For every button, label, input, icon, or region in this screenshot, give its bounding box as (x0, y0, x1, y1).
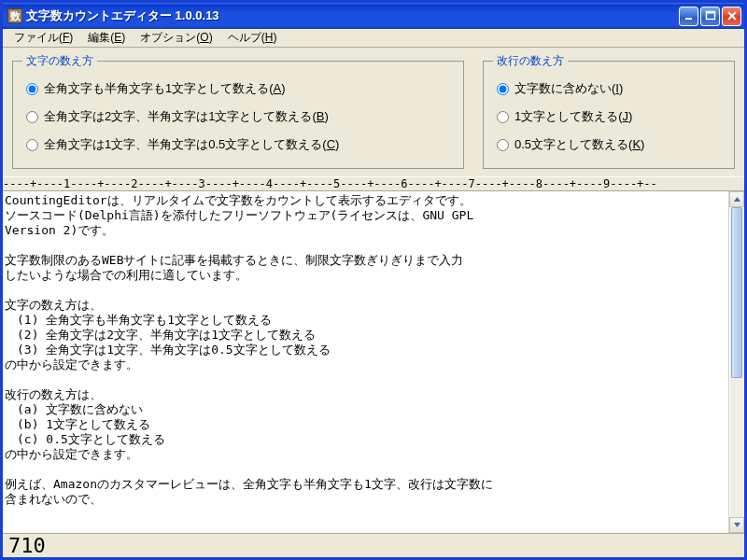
char-opt-c[interactable]: 全角文字は1文字、半角文字は0.5文字として数える(C) (22, 131, 454, 159)
char-radio-a[interactable] (26, 83, 38, 95)
line-radio-i[interactable] (497, 83, 509, 95)
menu-help[interactable]: ヘルプ(H) (220, 28, 285, 48)
close-button[interactable] (722, 7, 741, 26)
menu-option[interactable]: オプション(O) (133, 28, 219, 48)
maximize-button[interactable] (700, 7, 720, 26)
editor-area: CountingEditorは、リアルタイムで文字数をカウントして表示するエディ… (3, 191, 744, 533)
line-opt-j[interactable]: 1文字として数える(J) (493, 103, 725, 131)
char-opt-b[interactable]: 全角文字は2文字、半角文字は1文字として数える(B) (22, 103, 454, 131)
minimize-button[interactable] (679, 7, 698, 26)
character-count: 710 (8, 534, 46, 557)
scroll-up-button[interactable] (729, 191, 744, 207)
svg-rect-2 (706, 12, 714, 14)
menu-edit[interactable]: 編集(E) (80, 28, 133, 48)
line-opt-i[interactable]: 文字数に含めない(I) (493, 75, 725, 103)
line-opt-k[interactable]: 0.5文字として数える(K) (493, 131, 725, 159)
menubar: ファイル(F) 編集(E) オプション(O) ヘルプ(H) (3, 29, 744, 48)
menu-file[interactable]: ファイル(F) (7, 28, 80, 48)
char-radio-b[interactable] (26, 111, 38, 123)
options-panel: 文字の数え方 全角文字も半角文字も1文字として数える(A) 全角文字は2文字、半… (3, 48, 744, 176)
line-radio-j[interactable] (497, 111, 509, 123)
newline-count-legend: 改行の数え方 (493, 53, 568, 69)
window-title: 文字数カウントエディター 1.0.0.13 (26, 7, 679, 24)
svg-rect-0 (685, 18, 692, 20)
char-count-group: 文字の数え方 全角文字も半角文字も1文字として数える(A) 全角文字は2文字、半… (12, 53, 464, 169)
app-icon: 数 (7, 8, 22, 23)
newline-count-group: 改行の数え方 文字数に含めない(I) 1文字として数える(J) 0.5文字として… (483, 53, 735, 169)
char-opt-a[interactable]: 全角文字も半角文字も1文字として数える(A) (22, 75, 454, 103)
scroll-down-button[interactable] (729, 517, 744, 533)
char-radio-c[interactable] (26, 139, 38, 151)
scrollbar-vertical[interactable] (728, 191, 744, 533)
editor-textarea[interactable]: CountingEditorは、リアルタイムで文字数をカウントして表示するエディ… (3, 191, 728, 533)
scroll-track[interactable] (729, 207, 744, 517)
line-radio-k[interactable] (497, 139, 509, 151)
app-window: 数 文字数カウントエディター 1.0.0.13 ファイル(F) 編集(E) オプ… (0, 0, 747, 560)
statusbar: 710 (3, 533, 744, 557)
titlebar: 数 文字数カウントエディター 1.0.0.13 (3, 3, 744, 29)
scroll-thumb[interactable] (731, 207, 742, 378)
char-count-legend: 文字の数え方 (22, 53, 97, 69)
ruler: ----+----1----+----2----+----3----+----4… (3, 176, 744, 191)
